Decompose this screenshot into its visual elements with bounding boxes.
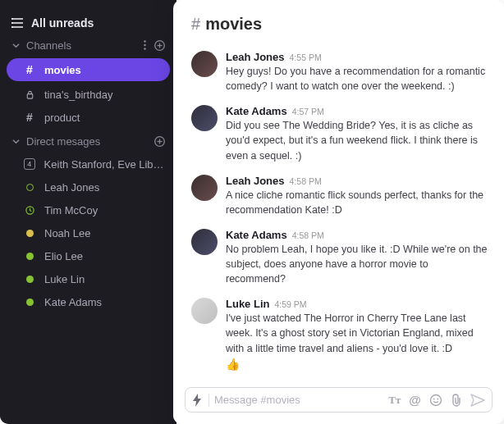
dm-label: Leah Jones [44,181,99,194]
message-time: 4:55 PM [290,52,322,62]
message-author[interactable]: Luke Lin [226,298,269,310]
more-icon[interactable] [144,40,146,51]
message-time: 4:58 PM [290,176,322,186]
avatar[interactable] [191,175,218,201]
chevron-down-icon [11,42,20,49]
sidebar-dm[interactable]: Elio Lee [0,244,176,267]
message: Kate Adams4:57 PMDid you see The Wedding… [191,99,501,168]
message-author[interactable]: Kate Adams [226,105,287,117]
send-icon[interactable] [470,394,485,407]
avatar[interactable] [191,105,218,131]
sidebar-channel-tina-s-birthday[interactable]: tina's_birthday [0,83,176,106]
svg-point-8 [144,48,145,49]
dm-label: Elio Lee [44,250,83,262]
sidebar-channel-movies[interactable]: #movies [7,58,170,81]
message-list: Leah Jones4:55 PMHey guys! Do you have a… [173,40,504,381]
channel-header: # movies [173,0,504,40]
svg-point-19 [437,398,438,399]
hash-icon: # [191,15,200,34]
sidebar-dm[interactable]: Kate Adams [0,290,176,313]
hash-icon: # [23,63,36,76]
sidebar-dm[interactable]: Tim McCoy [0,198,176,221]
presence-away-icon [23,184,36,191]
message: Luke Lin4:59 PMI've just watched The Hor… [191,292,501,376]
svg-point-5 [11,26,13,28]
channel-label: product [44,112,80,124]
list-icon [11,18,23,28]
presence-crescent-icon [23,230,36,237]
clock-icon [23,206,36,215]
channel-name: movies [205,15,262,34]
message-time: 4:58 PM [292,230,324,240]
avatar[interactable] [191,51,218,77]
message-input[interactable] [214,394,383,406]
presence-online-icon [23,299,36,306]
presence-online-icon [23,253,36,260]
message-author[interactable]: Leah Jones [226,51,285,63]
avatar[interactable] [191,298,218,324]
svg-point-17 [431,394,442,405]
avatar[interactable] [191,229,218,255]
mention-icon[interactable]: @ [409,393,421,407]
sidebar-dm[interactable]: 4Keith Stanford, Eve Libe... [0,153,176,176]
dm-label: Direct mesages [26,135,148,148]
svg-point-3 [11,18,13,20]
channel-label: movies [44,64,81,76]
attachment-icon[interactable] [451,394,462,407]
shortcuts-icon[interactable] [192,394,209,407]
sidebar-dm[interactable]: Leah Jones [0,176,176,198]
add-dm-icon[interactable] [154,136,165,147]
channels-label: Channels [26,39,137,52]
chevron-down-icon [11,138,20,145]
lock-icon [23,90,36,99]
message: Leah Jones4:55 PMHey guys! Do you have a… [191,45,501,99]
message-text: No problem Leah, I hope you like it. :D … [226,242,489,286]
message-composer: Tт @ [185,387,493,413]
dm-label: Tim McCoy [44,204,98,217]
svg-point-6 [144,40,145,42]
message-text: Did you see The Wedding Bride? Yes, it i… [226,118,489,162]
message-time: 4:59 PM [274,299,306,309]
format-icon[interactable]: Tт [388,394,401,407]
message-author[interactable]: Kate Adams [226,229,287,241]
message: Kate Adams4:58 PMNo problem Leah, I hope… [191,223,501,292]
channels-section-header[interactable]: Channels [0,33,176,57]
all-unreads-row[interactable]: All unreads [0,16,176,33]
svg-point-18 [433,398,435,399]
dm-label: Kate Adams [44,296,102,308]
presence-online-icon [23,276,36,283]
hash-icon: # [23,111,36,124]
svg-point-4 [11,22,13,24]
sidebar-dm[interactable]: Luke Lin [0,267,176,290]
sidebar-dm[interactable]: Noah Lee [0,221,176,244]
message: Leah Jones4:58 PMA nice cliche romantic … [191,169,501,223]
message-text: Hey guys! Do you have a recommendation f… [226,64,489,93]
message-text: A nice cliche romantic flick sounds perf… [226,188,489,217]
message-time: 4:57 PM [292,107,324,116]
dm-label: Keith Stanford, Eve Libe... [44,158,165,171]
dm-label: Noah Lee [44,227,90,239]
emoji-icon[interactable] [429,394,442,407]
sidebar-channel-product[interactable]: #product [0,106,176,129]
thumbs-up-icon[interactable]: 👍 [226,358,489,371]
group-count-icon: 4 [23,158,36,170]
channel-label: tina's_birthday [44,89,112,101]
add-channel-icon[interactable] [154,40,165,51]
svg-point-7 [144,44,145,46]
all-unreads-label: All unreads [31,16,94,30]
dm-label: Luke Lin [44,273,85,285]
message-author[interactable]: Leah Jones [226,175,285,187]
sidebar: All unreads Channels #moviestina's_birth… [0,0,176,424]
dm-section-header[interactable]: Direct mesages [0,129,176,153]
svg-rect-12 [27,93,32,98]
main-panel: # movies Leah Jones4:55 PMHey guys! Do y… [173,0,504,424]
message-text: I've just watched The Horror in Cherry T… [226,311,489,355]
